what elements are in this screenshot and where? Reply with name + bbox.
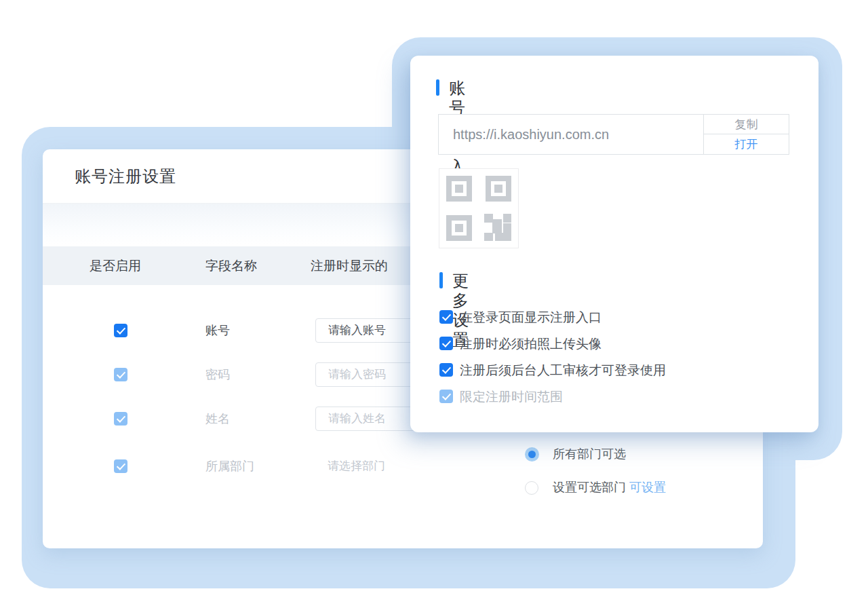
section-bar-icon xyxy=(436,79,439,96)
option-photo-required: 注册时必须拍照上传头像 xyxy=(410,337,818,350)
check-icon xyxy=(441,312,450,321)
check-icon xyxy=(116,461,125,470)
check-icon xyxy=(441,364,450,374)
option-time-range: 限定注册时间范围 xyxy=(410,390,818,403)
custom-departments-radio[interactable] xyxy=(525,481,538,495)
enable-checkbox[interactable] xyxy=(114,368,127,381)
column-header-display-name: 注册时显示的 xyxy=(311,246,388,285)
radio-label: 所有部门可选 xyxy=(553,447,626,461)
option-checkbox[interactable] xyxy=(439,337,453,350)
field-name-label: 密码 xyxy=(205,361,230,388)
option-checkbox[interactable] xyxy=(439,390,453,403)
enable-checkbox[interactable] xyxy=(114,459,127,473)
page-title: 账号注册设置 xyxy=(75,166,176,187)
field-name-label: 姓名 xyxy=(205,405,230,432)
column-header-enabled: 是否启用 xyxy=(90,246,141,285)
radio-label: 设置可选部门 可设置 xyxy=(553,480,666,495)
qr-code-image xyxy=(439,168,519,248)
qr-code-glyph xyxy=(446,176,511,241)
check-icon xyxy=(441,391,450,400)
check-icon xyxy=(116,413,125,423)
field-name-label: 账号 xyxy=(205,317,230,344)
registration-url-box: https://i.kaoshiyun.com.cn 复制 打开 xyxy=(438,114,789,155)
option-checkbox[interactable] xyxy=(439,310,453,324)
radio-row-all-departments: 所有部门可选 xyxy=(43,447,763,461)
registration-url: https://i.kaoshiyun.com.cn xyxy=(453,115,609,154)
section-bar-icon xyxy=(439,272,443,288)
page-background: 账号注册设置 是否启用 字段名称 注册时显示的 账号 密码 姓名 所属部门 请选… xyxy=(0,0,868,604)
open-button[interactable]: 打开 xyxy=(704,134,789,154)
url-actions: 复制 打开 xyxy=(703,115,789,154)
check-icon xyxy=(116,369,125,379)
check-icon xyxy=(116,325,125,335)
all-departments-radio[interactable] xyxy=(525,447,539,461)
check-icon xyxy=(441,338,450,347)
copy-button[interactable]: 复制 xyxy=(704,115,789,134)
registration-entry-card: 账号注册入口 https://i.kaoshiyun.com.cn 复制 打开 xyxy=(410,56,818,432)
radio-dot-icon xyxy=(528,451,536,458)
settable-link[interactable]: 可设置 xyxy=(629,480,666,494)
column-header-field-name: 字段名称 xyxy=(205,246,257,285)
option-manual-review: 注册后须后台人工审核才可登录使用 xyxy=(410,363,818,377)
enable-checkbox[interactable] xyxy=(114,412,127,426)
option-show-entry: 在登录页面显示注册入口 xyxy=(410,310,818,324)
option-checkbox[interactable] xyxy=(439,363,453,377)
radio-row-custom-departments: 设置可选部门 可设置 xyxy=(43,480,763,495)
enable-checkbox[interactable] xyxy=(114,324,127,337)
